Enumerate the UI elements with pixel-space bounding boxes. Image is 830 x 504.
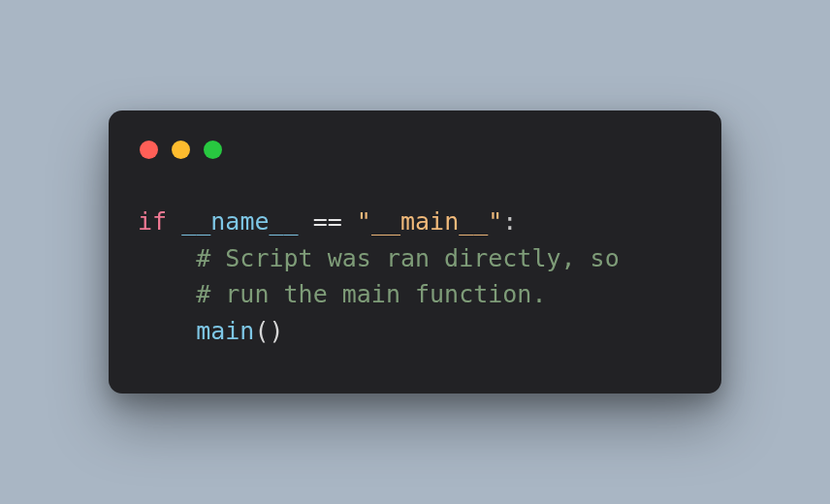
code-block: if __name__ == "__main__": # Script was … (109, 167, 721, 349)
comment-line-2: # run the main function. (196, 280, 546, 308)
string-main: "__main__" (357, 207, 503, 236)
paren-open: ( (254, 317, 269, 345)
colon: : (502, 207, 517, 236)
comment-line-1: # Script was ran directly, so (196, 244, 620, 272)
titlebar (109, 110, 721, 167)
fn-main: main (196, 317, 254, 345)
zoom-icon[interactable] (204, 141, 222, 159)
paren-close: ) (270, 317, 284, 345)
keyword-if: if (138, 207, 167, 236)
operator-eq: == (313, 207, 342, 236)
minimize-icon[interactable] (172, 141, 190, 159)
indent (138, 280, 196, 308)
indent (138, 317, 196, 345)
indent (138, 244, 196, 272)
code-window: if __name__ == "__main__": # Script was … (109, 110, 721, 394)
close-icon[interactable] (140, 141, 158, 159)
identifier-name: __name__ (181, 207, 298, 236)
